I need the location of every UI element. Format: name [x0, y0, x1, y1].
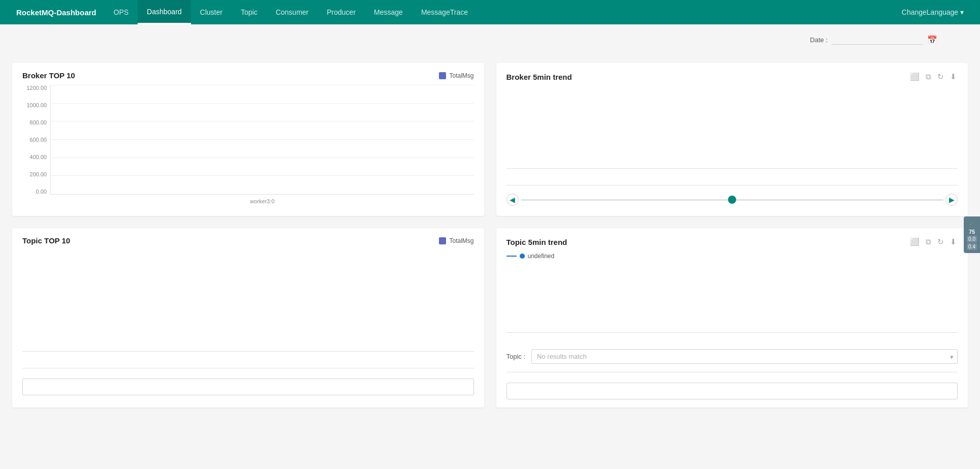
charts-grid: Broker TOP 10 TotalMsg 1200.00 1000.00 8… — [12, 63, 968, 408]
topic-top10-header: Topic TOP 10 TotalMsg — [22, 236, 474, 245]
broker-top10-title: Broker TOP 10 — [22, 71, 75, 80]
legend-line-seg — [507, 256, 517, 257]
topic-trend-legend: undefined — [507, 253, 958, 260]
sidebar-widget: ✓ 75 0.0 0.4 — [964, 216, 980, 253]
nav-topic[interactable]: Topic — [232, 0, 267, 24]
broker-trend-card: Broker 5min trend ⬜ ⧉ ↻ ⬇ ◀ ▶ — [496, 63, 968, 216]
broker-bar-chart: 1200.00 1000.00 800.00 600.00 400.00 200… — [22, 85, 474, 207]
topic-select[interactable]: No results match — [531, 349, 958, 364]
broker-trend-title: Broker 5min trend — [507, 73, 572, 81]
topic-trend-divider — [507, 372, 958, 372]
topic-select-row: Topic : No results match ▾ — [507, 347, 958, 366]
topic-legend-dot — [439, 237, 446, 244]
broker-trend-empty — [507, 87, 958, 179]
topic-top10-divider — [22, 368, 474, 368]
broker-trend-icons: ⬜ ⧉ ↻ ⬇ — [909, 71, 958, 82]
topic-expand2-icon[interactable]: ⧉ — [925, 236, 932, 247]
y-label-0: 0.00 — [36, 189, 47, 195]
x-labels: worker3:0 — [51, 198, 474, 204]
topic-legend-undefined: undefined — [528, 253, 555, 260]
nav-cluster[interactable]: Cluster — [191, 0, 232, 24]
topic-top10-legend: TotalMsg — [439, 237, 473, 244]
download-icon[interactable]: ⬇ — [949, 71, 958, 82]
change-language[interactable]: ChangeLanguage ▾ — [894, 8, 972, 16]
topic-trend-title: Topic 5min trend — [507, 238, 567, 246]
slider-right-btn[interactable]: ▶ — [945, 194, 958, 206]
broker-top10-card: Broker TOP 10 TotalMsg 1200.00 1000.00 8… — [12, 63, 484, 216]
widget-check-icon: ✓ — [969, 220, 975, 228]
topic-trend-header: Topic 5min trend ⬜ ⧉ ↻ ⬇ — [507, 236, 958, 247]
broker-range-slider[interactable] — [521, 199, 944, 201]
widget-num2: 0.0 — [967, 236, 977, 242]
broker-legend-dot — [439, 72, 446, 79]
widget-num1: 75 — [969, 229, 975, 235]
topic-top10-empty — [22, 250, 474, 362]
date-input[interactable] — [832, 35, 923, 45]
y-label-2: 400.00 — [29, 154, 47, 160]
topic-download-icon[interactable]: ⬇ — [949, 236, 958, 247]
main-content: Date : 📅 Broker TOP 10 TotalMsg 1200.00 … — [0, 24, 980, 469]
legend-circle — [520, 254, 525, 259]
refresh-icon[interactable]: ↻ — [936, 71, 945, 82]
topic-top10-title: Topic TOP 10 — [22, 236, 70, 245]
topic-trend-bottom-input[interactable] — [507, 383, 958, 399]
topic-bottom-input[interactable] — [22, 379, 474, 395]
y-label-1: 200.00 — [29, 171, 47, 177]
broker-trend-header: Broker 5min trend ⬜ ⧉ ↻ ⬇ — [507, 71, 958, 82]
chart-plot: worker3:0 — [50, 85, 474, 195]
topic-trend-icons: ⬜ ⧉ ↻ ⬇ — [909, 236, 958, 247]
expand1-icon[interactable]: ⬜ — [909, 71, 921, 82]
topic-top10-card: Topic TOP 10 TotalMsg — [12, 228, 484, 408]
broker-divider — [507, 185, 958, 185]
topic-select-label: Topic : — [507, 353, 526, 360]
broker-top10-header: Broker TOP 10 TotalMsg — [22, 71, 474, 80]
broker-trend-line — [507, 168, 958, 169]
expand2-icon[interactable]: ⧉ — [925, 71, 932, 82]
topic-legend-label: TotalMsg — [449, 237, 473, 244]
y-label-4: 800.00 — [29, 119, 47, 126]
y-label-3: 600.00 — [29, 137, 47, 143]
bars-container — [51, 85, 474, 194]
nav-brand: RocketMQ-Dashboard — [8, 8, 105, 17]
broker-legend-label: TotalMsg — [449, 72, 473, 79]
broker-slider-row: ◀ ▶ — [507, 192, 958, 208]
slider-left-btn[interactable]: ◀ — [507, 194, 519, 206]
broker-top10-legend: TotalMsg — [439, 72, 473, 79]
topic-trend-card: Topic 5min trend ⬜ ⧉ ↻ ⬇ undefined Topic… — [496, 228, 968, 408]
nav-ops[interactable]: OPS — [105, 0, 138, 24]
topic-expand1-icon[interactable]: ⬜ — [909, 236, 921, 247]
y-axis: 1200.00 1000.00 800.00 600.00 400.00 200… — [22, 85, 50, 195]
nav-dashboard[interactable]: Dashboard — [138, 0, 191, 24]
topic-trend-line — [507, 332, 958, 333]
topic-trend-empty — [507, 262, 958, 343]
y-label-6: 1200.00 — [26, 85, 47, 91]
calendar-icon[interactable]: 📅 — [927, 35, 937, 45]
navbar: RocketMQ-Dashboard OPS Dashboard Cluster… — [0, 0, 980, 24]
y-label-5: 1000.00 — [26, 102, 47, 108]
nav-producer[interactable]: Producer — [318, 0, 365, 24]
date-label: Date : — [810, 36, 828, 44]
nav-consumer[interactable]: Consumer — [267, 0, 318, 24]
topic-top10-line — [22, 351, 474, 352]
topic-refresh-icon[interactable]: ↻ — [936, 236, 945, 247]
topic-select-wrapper: No results match ▾ — [531, 349, 958, 364]
nav-messagetrace[interactable]: MessageTrace — [412, 0, 477, 24]
nav-message[interactable]: Message — [365, 0, 412, 24]
widget-num3: 0.4 — [967, 243, 977, 250]
x-label-worker3: worker3:0 — [250, 198, 274, 204]
date-row: Date : 📅 — [808, 35, 937, 45]
